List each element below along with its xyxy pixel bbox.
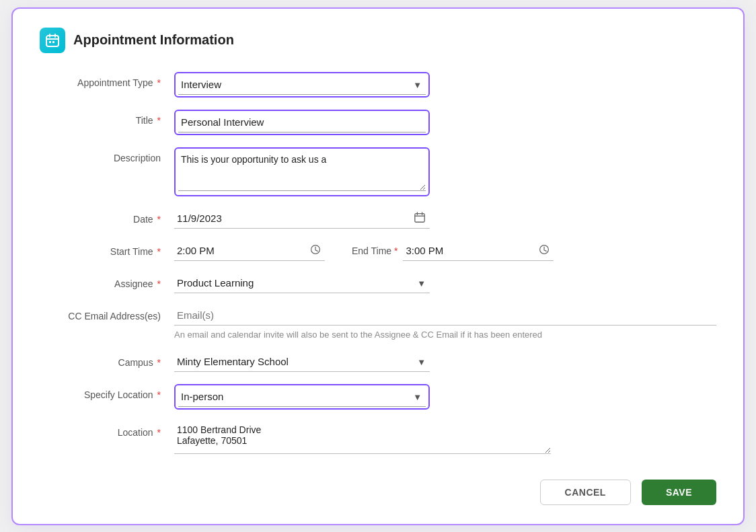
title-highlighted: [174, 110, 430, 135]
specify-location-select[interactable]: In-person Virtual Phone: [178, 387, 426, 407]
cc-email-input[interactable]: [174, 305, 716, 326]
location-label: Location *: [40, 422, 174, 438]
title-input[interactable]: [178, 112, 426, 132]
date-label: Date *: [40, 208, 174, 225]
start-time-label: Start Time *: [40, 241, 174, 257]
date-input[interactable]: [174, 208, 430, 229]
description-row: Description This is your opportunity to …: [40, 147, 716, 196]
appointment-dialog: Appointment Information Appointment Type…: [11, 7, 745, 525]
specify-location-label: Specify Location *: [40, 384, 174, 400]
cc-email-helper-text: An email and calendar invite will also b…: [174, 330, 716, 340]
appointment-type-row: Appointment Type * Interview Call Meetin…: [40, 72, 716, 98]
description-label: Description: [40, 147, 174, 163]
specify-location-row: Specify Location * In-person Virtual Pho…: [40, 384, 716, 410]
campus-row: Campus * Minty Elementary School Other ▼: [40, 352, 716, 372]
assignee-select[interactable]: Product Learning Other: [174, 273, 430, 293]
description-highlighted: This is your opportunity to ask us a: [174, 147, 430, 196]
form-area: Appointment Type * Interview Call Meetin…: [40, 72, 716, 457]
title-label: Title *: [40, 110, 174, 126]
dialog-header: Appointment Information: [40, 28, 716, 53]
location-textarea[interactable]: 1100 Bertrand Drive Lafayette, 70501: [174, 422, 551, 454]
footer-buttons: CANCEL SAVE: [40, 473, 716, 505]
description-textarea[interactable]: This is your opportunity to ask us a: [178, 150, 426, 191]
svg-rect-5: [52, 41, 54, 43]
time-row: Start Time *: [40, 241, 716, 261]
appointment-type-select[interactable]: Interview Call Meeting Other: [178, 75, 426, 95]
svg-rect-4: [49, 41, 51, 43]
dialog-title: Appointment Information: [73, 32, 234, 48]
cc-email-row: CC Email Address(es) An email and calend…: [40, 305, 716, 340]
campus-label: Campus *: [40, 352, 174, 368]
cc-email-label: CC Email Address(es): [40, 305, 174, 321]
app-icon: [40, 28, 65, 53]
campus-select[interactable]: Minty Elementary School Other: [174, 352, 430, 372]
date-row: Date *: [40, 208, 716, 229]
assignee-label: Assignee *: [40, 273, 174, 289]
save-button[interactable]: SAVE: [642, 480, 716, 505]
title-row: Title *: [40, 110, 716, 135]
svg-rect-0: [46, 36, 59, 46]
assignee-row: Assignee * Product Learning Other ▼: [40, 273, 716, 293]
appointment-type-highlighted: Interview Call Meeting Other ▼: [174, 72, 430, 98]
specify-location-highlighted: In-person Virtual Phone ▼: [174, 384, 430, 410]
start-time-input[interactable]: [174, 241, 325, 261]
end-time-label: End Time *: [352, 245, 398, 256]
location-row: Location * 1100 Bertrand Drive Lafayette…: [40, 422, 716, 457]
appointment-type-label: Appointment Type *: [40, 72, 174, 88]
cancel-button[interactable]: CANCEL: [540, 480, 631, 505]
end-time-input[interactable]: [403, 241, 554, 261]
